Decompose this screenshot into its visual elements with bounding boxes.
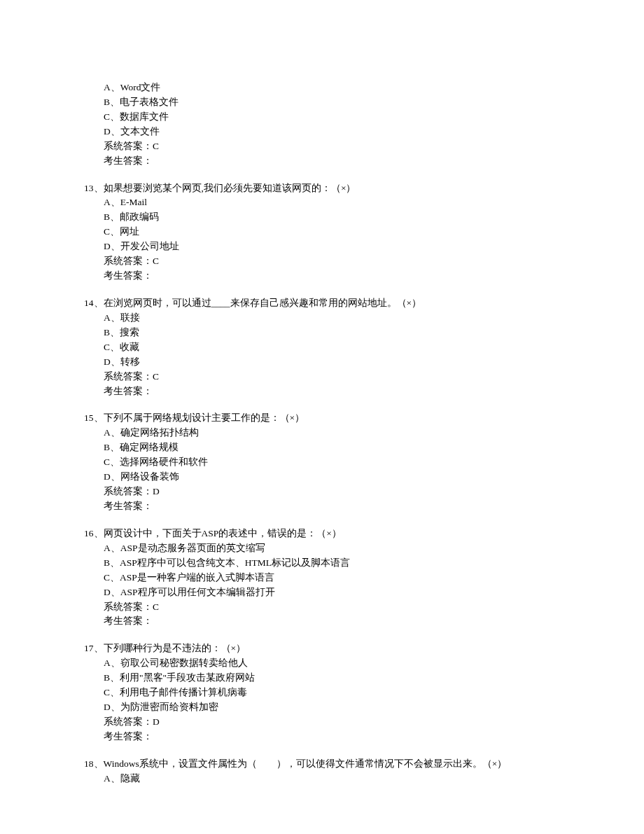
option-c: C、网址: [84, 225, 581, 239]
system-answer: 系统答案：C: [84, 600, 581, 615]
option-a: A、E-Mail: [84, 195, 581, 210]
question-stem: 16、网页设计中，下面关于ASP的表述中，错误的是：（×）: [84, 527, 581, 541]
option-a: A、确定网络拓扑结构: [84, 426, 581, 440]
option-d: D、网络设备装饰: [84, 470, 581, 485]
system-answer: 系统答案：C: [84, 370, 581, 384]
question-13: 13、如果想要浏览某个网页,我们必须先要知道该网页的：（×） A、E-Mail …: [84, 181, 581, 284]
examinee-answer: 考生答案：: [84, 614, 581, 629]
option-c: C、ASP是一种客户端的嵌入式脚本语言: [84, 571, 581, 585]
option-d: D、转移: [84, 355, 581, 370]
question-14: 14、在浏览网页时，可以通过____来保存自己感兴趣和常用的网站地址。（×） A…: [84, 296, 581, 398]
option-b: B、电子表格文件: [104, 95, 581, 110]
question-17: 17、下列哪种行为是不违法的：（×） A、窃取公司秘密数据转卖给他人 B、利用"…: [84, 641, 581, 744]
option-d: D、为防泄密而给资料加密: [84, 700, 581, 715]
option-d: D、文本文件: [104, 125, 581, 139]
examinee-answer: 考生答案：: [84, 384, 581, 399]
option-c: C、数据库文件: [104, 110, 581, 125]
question-stem: 17、下列哪种行为是不违法的：（×）: [84, 641, 581, 656]
option-a: A、联接: [84, 311, 581, 326]
question-15: 15、下列不属于网络规划设计主要工作的是：（×） A、确定网络拓扑结构 B、确定…: [84, 411, 581, 513]
option-d: D、开发公司地址: [84, 239, 581, 254]
system-answer: 系统答案：C: [104, 139, 581, 154]
option-b: B、确定网络规模: [84, 440, 581, 455]
option-c: C、利用电子邮件传播计算机病毒: [84, 686, 581, 700]
previous-question-tail: A、Word文件 B、电子表格文件 C、数据库文件 D、文本文件 系统答案：C …: [84, 81, 581, 169]
option-c: C、选择网络硬件和软件: [84, 455, 581, 470]
examinee-answer: 考生答案：: [84, 269, 581, 284]
system-answer: 系统答案：C: [84, 254, 581, 269]
option-a: A、隐藏: [84, 772, 581, 786]
option-a: A、ASP是动态服务器页面的英文缩写: [84, 541, 581, 556]
option-b: B、邮政编码: [84, 210, 581, 225]
option-b: B、搜索: [84, 326, 581, 340]
examinee-answer: 考生答案：: [84, 730, 581, 744]
option-a: A、Word文件: [104, 81, 581, 95]
question-16: 16、网页设计中，下面关于ASP的表述中，错误的是：（×） A、ASP是动态服务…: [84, 527, 581, 629]
question-stem: 18、Windows系统中，设置文件属性为（ ），可以使得文件通常情况下不会被显…: [84, 757, 581, 772]
system-answer: 系统答案：D: [84, 715, 581, 730]
option-a: A、窃取公司秘密数据转卖给他人: [84, 656, 581, 671]
examinee-answer: 考生答案：: [84, 499, 581, 514]
system-answer: 系统答案：D: [84, 485, 581, 499]
question-stem: 15、下列不属于网络规划设计主要工作的是：（×）: [84, 411, 581, 426]
question-18: 18、Windows系统中，设置文件属性为（ ），可以使得文件通常情况下不会被显…: [84, 757, 581, 786]
examinee-answer: 考生答案：: [104, 154, 581, 169]
option-b: B、ASP程序中可以包含纯文本、HTML标记以及脚本语言: [84, 556, 581, 571]
question-stem: 13、如果想要浏览某个网页,我们必须先要知道该网页的：（×）: [84, 181, 581, 196]
option-d: D、ASP程序可以用任何文本编辑器打开: [84, 585, 581, 600]
option-b: B、利用"黑客"手段攻击某政府网站: [84, 671, 581, 686]
question-stem: 14、在浏览网页时，可以通过____来保存自己感兴趣和常用的网站地址。（×）: [84, 296, 581, 311]
option-c: C、收藏: [84, 340, 581, 355]
